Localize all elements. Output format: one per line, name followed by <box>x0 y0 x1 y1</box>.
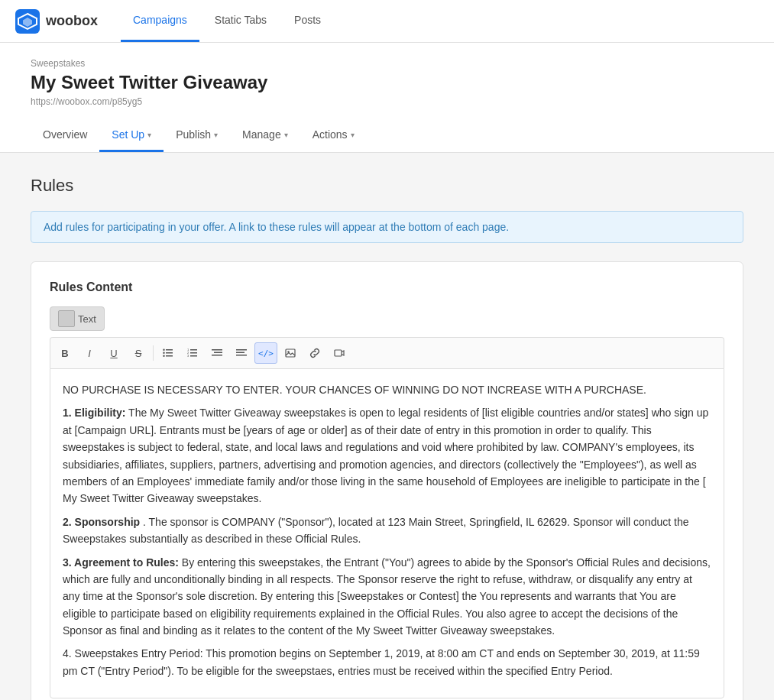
editor-item-3: 3. Agreement to Rules: By entering this … <box>63 554 711 640</box>
section-title: Rules <box>31 176 743 196</box>
editor-line-1: NO PURCHASE IS NECESSARY TO ENTER. YOUR … <box>63 381 711 398</box>
svg-rect-3 <box>166 349 173 351</box>
svg-point-6 <box>163 349 164 351</box>
ordered-list-button[interactable]: 123 <box>181 342 204 364</box>
bold-button[interactable]: B <box>53 342 76 364</box>
link-button[interactable] <box>303 342 326 364</box>
svg-rect-19 <box>236 352 245 354</box>
item1-text: The My Sweet Twitter Giveaway sweepstake… <box>63 407 708 504</box>
chevron-down-icon: ▾ <box>214 131 218 139</box>
svg-rect-5 <box>166 355 173 357</box>
woobox-logo-icon <box>15 9 40 34</box>
svg-point-8 <box>163 355 164 357</box>
rules-content-card: Rules Content Text B I U S 123 <box>31 261 743 700</box>
editor-item-4: 4. Sweepstakes Entry Period: This promot… <box>63 645 711 679</box>
page-header: Sweepstakes My Sweet Twitter Giveaway ht… <box>0 43 774 107</box>
logo-text: woobox <box>46 13 98 29</box>
main-nav: Campaigns Static Tabs Posts <box>121 0 333 42</box>
card-title: Rules Content <box>50 280 724 294</box>
svg-rect-10 <box>190 352 197 354</box>
sub-nav-publish[interactable]: Publish ▾ <box>164 119 230 152</box>
indent-left-button[interactable] <box>206 342 228 364</box>
image-button[interactable] <box>279 342 302 364</box>
video-button[interactable] <box>328 342 351 364</box>
svg-rect-4 <box>166 352 173 354</box>
svg-rect-9 <box>190 349 197 351</box>
svg-rect-17 <box>212 355 222 356</box>
nav-posts[interactable]: Posts <box>282 0 333 42</box>
sub-nav-setup[interactable]: Set Up ▾ <box>99 119 164 152</box>
unordered-list-button[interactable] <box>157 342 180 364</box>
text-style-button[interactable]: Text <box>50 306 105 331</box>
svg-rect-21 <box>286 349 295 357</box>
logo[interactable]: woobox <box>15 9 98 34</box>
chevron-down-icon: ▾ <box>351 131 355 139</box>
svg-point-7 <box>163 352 164 354</box>
item3-label: 3. Agreement to Rules: <box>63 556 179 569</box>
sub-nav-overview[interactable]: Overview <box>31 119 99 152</box>
chevron-down-icon: ▾ <box>284 131 288 139</box>
page-url: https://woobox.com/p85yg5 <box>31 96 743 107</box>
editor-toolbar-top: Text <box>50 306 724 331</box>
svg-rect-15 <box>212 349 222 351</box>
strikethrough-button[interactable]: S <box>127 342 150 364</box>
nav-static-tabs[interactable]: Static Tabs <box>202 0 279 42</box>
underline-button[interactable]: U <box>102 342 125 364</box>
svg-rect-18 <box>236 349 247 351</box>
nav-campaigns[interactable]: Campaigns <box>121 0 199 42</box>
code-button[interactable]: </> <box>254 342 277 364</box>
toolbar-divider <box>153 345 154 361</box>
sub-navigation: Overview Set Up ▾ Publish ▾ Manage ▾ Act… <box>0 119 774 153</box>
svg-rect-16 <box>214 352 222 354</box>
editor-toolbar: B I U S 123 </> <box>50 337 724 368</box>
svg-rect-20 <box>236 355 247 356</box>
sub-nav-manage[interactable]: Manage ▾ <box>230 119 300 152</box>
sub-nav-actions[interactable]: Actions ▾ <box>300 119 367 152</box>
editor-content-area[interactable]: NO PURCHASE IS NECESSARY TO ENTER. YOUR … <box>50 368 724 698</box>
svg-text:3: 3 <box>187 354 189 358</box>
editor-item-2: 2. Sponsorship . The sponsor is COMPANY … <box>63 514 711 548</box>
svg-rect-11 <box>190 355 197 357</box>
item2-label: 2. Sponsorship <box>63 516 140 528</box>
top-navigation: woobox Campaigns Static Tabs Posts <box>0 0 774 43</box>
editor-item-1: 1. Eligibility: The My Sweet Twitter Giv… <box>63 404 711 507</box>
item1-label: 1. Eligibility: <box>63 407 125 419</box>
chevron-down-icon: ▾ <box>147 131 151 139</box>
info-banner: Add rules for participating in your offe… <box>31 211 743 243</box>
item2-text: . The sponsor is COMPANY ("Sponsor"), lo… <box>63 516 688 545</box>
indent-right-button[interactable] <box>230 342 253 364</box>
color-swatch <box>58 310 75 327</box>
page-title: My Sweet Twitter Giveaway <box>31 72 743 93</box>
svg-rect-23 <box>335 350 342 356</box>
main-content: Rules Add rules for participating in you… <box>0 153 774 700</box>
breadcrumb: Sweepstakes <box>31 58 743 69</box>
italic-button[interactable]: I <box>78 342 101 364</box>
